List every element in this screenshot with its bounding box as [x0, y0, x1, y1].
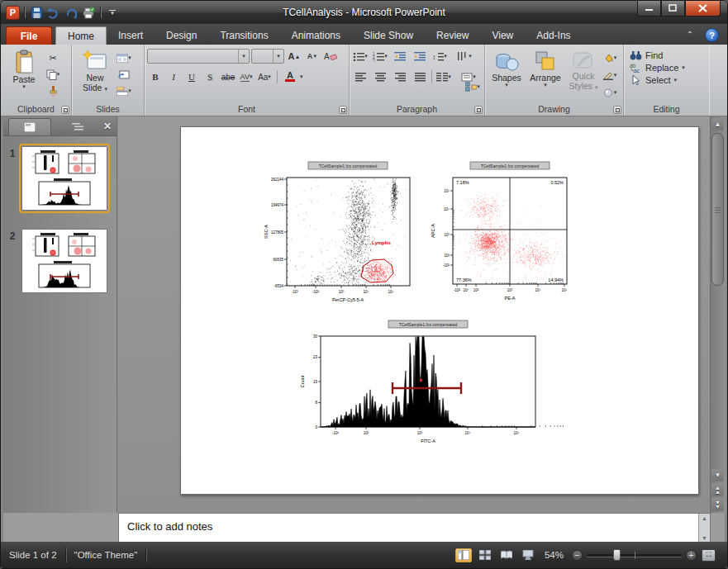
drawing-dialog-launcher[interactable]: [613, 106, 621, 114]
shape-effects-icon[interactable]: ▾: [602, 85, 618, 100]
underline-icon[interactable]: U: [183, 69, 200, 84]
shape-fill-icon[interactable]: ▾: [602, 50, 618, 65]
undo-dropdown[interactable]: ▾: [58, 10, 61, 15]
text-direction-icon[interactable]: ▾: [456, 49, 473, 64]
font-name-combobox[interactable]: ▾: [147, 49, 250, 64]
select-button[interactable]: Select▾: [630, 75, 707, 85]
new-slide-button[interactable]: New Slide ▾: [74, 47, 116, 102]
shrink-font-icon[interactable]: A▼: [304, 49, 321, 64]
decrease-indent-icon[interactable]: [392, 49, 408, 64]
minimize-ribbon-icon[interactable]: ⌃: [682, 29, 698, 41]
reading-view-icon[interactable]: [498, 548, 515, 562]
minimize-button[interactable]: [637, 1, 661, 17]
arrange-button[interactable]: Arrange ▾: [526, 47, 565, 102]
paste-button[interactable]: Paste ▾: [3, 47, 45, 102]
zoom-level[interactable]: 54%: [541, 550, 567, 560]
find-button[interactable]: Find: [630, 50, 707, 60]
bold-icon[interactable]: B: [147, 69, 164, 84]
paragraph-dialog-launcher[interactable]: [474, 106, 483, 114]
theme-indicator[interactable]: "Office Theme": [66, 550, 146, 560]
tab-review[interactable]: Review: [425, 26, 480, 45]
powerpoint-app-icon[interactable]: P: [6, 6, 20, 20]
tab-transitions[interactable]: Transitions: [208, 26, 279, 45]
reset-icon[interactable]: [116, 67, 132, 82]
tab-animations[interactable]: Animations: [280, 26, 352, 45]
vertical-scrollbar[interactable]: ▲ ▼ ▲▲ ▼▼: [710, 116, 724, 513]
next-slide-icon[interactable]: ▼▼: [711, 498, 724, 511]
font-color-icon[interactable]: A: [282, 69, 298, 84]
notes-placeholder[interactable]: Click to add notes: [119, 514, 710, 533]
line-spacing-icon[interactable]: ↕▾: [431, 49, 448, 64]
section-icon[interactable]: ▾: [116, 83, 132, 98]
slide1-number: 1: [3, 146, 21, 211]
customize-qat-button[interactable]: ▾: [105, 5, 120, 20]
print-preview-button[interactable]: [81, 5, 96, 20]
strikethrough-icon[interactable]: abe: [220, 69, 236, 84]
change-case-icon[interactable]: Aa▾: [256, 69, 273, 84]
tab-view[interactable]: View: [480, 26, 525, 45]
increase-indent-icon[interactable]: [412, 49, 428, 64]
font-dialog-launcher[interactable]: [339, 106, 347, 114]
tab-file[interactable]: File: [6, 26, 52, 45]
tab-home[interactable]: Home: [55, 26, 107, 45]
italic-icon[interactable]: I: [165, 69, 182, 84]
shapes-button[interactable]: Shapes ▾: [488, 47, 526, 102]
tab-design[interactable]: Design: [155, 26, 208, 45]
zoom-in-icon[interactable]: +: [686, 550, 697, 561]
tab-slideshow[interactable]: Slide Show: [352, 26, 425, 45]
character-spacing-icon[interactable]: AV▾: [238, 69, 255, 84]
notes-pane[interactable]: Click to add notes ▲▼: [118, 513, 711, 543]
quick-styles-button[interactable]: Quick Styles ▾: [565, 47, 602, 102]
slides-tab[interactable]: [8, 118, 51, 135]
font-size-combobox[interactable]: ▾: [251, 49, 284, 64]
zoom-thumb[interactable]: [613, 549, 621, 561]
notes-scroll-up-icon[interactable]: ▲: [702, 515, 707, 521]
convert-smartart-icon[interactable]: ▾: [464, 79, 481, 94]
fit-to-window-icon[interactable]: ⛶: [702, 549, 716, 562]
copy-icon[interactable]: ▾: [45, 67, 61, 82]
slide-indicator[interactable]: Slide 1 of 2: [1, 550, 65, 560]
scrollbar-thumb[interactable]: [711, 133, 724, 286]
clipboard-dialog-launcher[interactable]: [61, 106, 69, 114]
previous-slide-icon[interactable]: ▲▲: [711, 483, 724, 496]
zoom-slider[interactable]: − +: [572, 550, 697, 561]
scroll-down-icon[interactable]: ▼: [711, 469, 724, 481]
undo-button[interactable]: ▾: [46, 5, 61, 20]
columns-icon[interactable]: ▾: [435, 69, 452, 84]
slide2-thumbnail[interactable]: [21, 229, 107, 293]
close-button[interactable]: [685, 1, 721, 17]
notes-scroll-down-icon[interactable]: ▼: [702, 535, 707, 541]
align-right-icon[interactable]: [392, 69, 408, 84]
restore-button[interactable]: [661, 1, 685, 17]
save-button[interactable]: [29, 5, 44, 20]
redo-button[interactable]: [64, 5, 79, 20]
help-icon[interactable]: ?: [705, 28, 719, 42]
outline-tab[interactable]: [56, 118, 99, 135]
numbering-icon[interactable]: 123▾: [372, 49, 388, 64]
normal-view-icon[interactable]: [455, 548, 472, 562]
scroll-up-icon[interactable]: ▲: [711, 118, 724, 130]
replace-button[interactable]: abac Replace▾: [630, 63, 707, 73]
cut-icon[interactable]: ✂: [45, 50, 61, 65]
align-center-icon[interactable]: [372, 69, 388, 84]
notes-scrollbar[interactable]: ▲▼: [698, 514, 710, 543]
zoom-out-icon[interactable]: −: [572, 550, 583, 561]
justify-icon[interactable]: [412, 69, 428, 84]
close-pane-icon[interactable]: ✕: [103, 121, 112, 132]
grow-font-icon[interactable]: A▲: [286, 49, 302, 64]
align-left-icon[interactable]: [352, 69, 369, 84]
format-painter-icon[interactable]: [45, 83, 61, 98]
shadow-icon[interactable]: S: [202, 69, 218, 84]
bullets-icon[interactable]: ▾: [352, 49, 369, 64]
layout-icon[interactable]: ▾: [116, 50, 132, 65]
clear-formatting-icon[interactable]: A: [322, 49, 339, 64]
svg-text:10⁵: 10⁵: [388, 290, 394, 294]
slide1-thumbnail[interactable]: [21, 146, 107, 211]
shape-outline-icon[interactable]: ▾: [602, 68, 618, 83]
tab-insert[interactable]: Insert: [107, 26, 155, 45]
slide-canvas[interactable]: TCellSample1.fcs compensated-10³-10²10³1…: [180, 126, 699, 495]
slide-sorter-view-icon[interactable]: [477, 548, 493, 562]
slideshow-view-icon[interactable]: [520, 548, 536, 562]
zoom-track[interactable]: [587, 554, 682, 557]
tab-addins[interactable]: Add-Ins: [525, 26, 582, 45]
